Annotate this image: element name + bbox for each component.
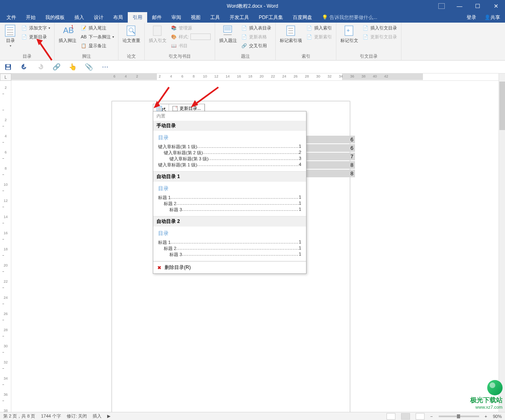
window-title: Word教程2.docx - Word [227,3,278,10]
ruler-tick: 40 [371,74,379,78]
undo-button[interactable] [19,62,29,72]
more-qat-button[interactable]: ⋯ [100,62,110,72]
ruler-tick: 18 [246,74,254,78]
next-footnote-button[interactable]: AB 下一条脚注 ▾ [79,32,116,41]
save-button[interactable] [3,62,13,72]
ruler-tick: 32 [0,360,11,364]
insert-toa-button[interactable]: 📄 插入引文目录 [361,23,399,32]
tab-references[interactable]: 引用 [128,12,147,23]
zoom-slider[interactable] [439,416,479,417]
preview-manual[interactable]: 目录 键入章标题(第 1 级).........................… [153,131,306,172]
zoom-out-button[interactable]: − [430,414,433,419]
maximize-button[interactable]: ☐ [469,0,487,12]
ruler-tick: 4 [167,74,175,78]
zoom-level[interactable]: 90% [493,414,502,419]
bibliography-button: 📖 书目 [169,41,212,50]
index-icon [285,24,298,37]
ruler-tick: 2 [0,86,11,90]
mark-index-entry-button[interactable]: 标记索引项 [278,23,304,44]
insert-table-of-figures-button[interactable]: 📄 插入表目录 [239,23,273,32]
bibliography-icon: 📖 [171,42,177,49]
macro-icon[interactable]: ▶ [107,414,110,419]
tab-home[interactable]: 开始 [21,12,40,23]
group-index: 标记索引项 📄 插入索引 📄 更新索引 索引 [276,23,336,61]
quick-access-toolbar: 🔗 👆 📎 ⋯ [0,61,505,74]
vertical-ruler[interactable]: 22468101214161820222426283032343638 [0,81,11,412]
ruler-tick: 2 [0,118,11,122]
insert-index-button[interactable]: 📄 插入索引 [304,23,334,32]
ruler-tick: 28 [0,328,11,332]
share-button[interactable]: 👤 共享 [481,14,503,21]
redo-button[interactable] [36,62,45,72]
svg-rect-12 [224,27,231,31]
tell-me-placeholder: 告诉我您想要做什么... [330,14,377,21]
page-indicator[interactable]: 第 2 页，共 8 页 [3,413,35,419]
restore-down-button[interactable] [432,0,450,12]
tab-baidu[interactable]: 百度网盘 [288,12,317,23]
thesis-check-button[interactable]: 论文查重 [121,23,142,44]
update-toc-button[interactable]: 📄 更新目录 [19,32,52,41]
vertical-scrollbar[interactable] [499,74,505,412]
insert-index-icon: 📄 [306,25,313,31]
insert-caption-button[interactable]: 插入题注 [218,23,239,44]
horizontal-ruler[interactable]: 6422468101214161820222426283032343638404… [11,74,499,81]
toc-gallery-dropdown: 内置 手动目录 目录 键入章标题(第 1 级).................… [153,111,306,274]
attachment-button[interactable]: 📎 [84,62,94,72]
print-layout-button[interactable] [401,413,410,420]
preview-auto1[interactable]: 目录 标题 1.................................… [153,182,306,216]
tab-layout[interactable]: 布局 [108,12,128,23]
group-label-citations: 引文与书目 [147,53,212,61]
read-mode-button[interactable] [387,413,395,420]
add-text-button[interactable]: 📄 添加文字 ▾ [19,23,52,32]
remove-icon: ✖ [157,265,161,271]
ruler-tick: 16 [0,231,11,235]
show-notes-button[interactable]: 📋 显示备注 [79,41,116,50]
citation-icon [151,24,164,37]
watermark: 极光下载站 www.xz7.com [470,380,503,410]
cross-reference-button[interactable]: 🔗 交叉引用 [239,41,273,50]
track-changes-status[interactable]: 修订: 关闭 [67,413,87,419]
preview-auto2[interactable]: 目录 标题 1.................................… [153,227,306,261]
word-count[interactable]: 1744 个字 [41,413,61,419]
mark-citation-button[interactable]: + 标记引文 [339,23,360,44]
update-table-button: 📄 更新表格 [239,32,273,41]
ruler-tick: 6 [110,74,118,78]
tab-design[interactable]: 设计 [89,12,108,23]
touch-mode-button[interactable]: 👆 [68,62,78,72]
tof-icon: 📄 [241,25,247,31]
tab-insert[interactable]: 插入 [70,12,89,23]
tab-tools[interactable]: 工具 [205,12,225,23]
ruler-tick: 2 [156,74,164,78]
toc-button[interactable]: 目录 ▾ [2,23,19,48]
login-button[interactable]: 登录 [463,14,480,21]
ribbon: 目录 ▾ 📄 添加文字 ▾ 📄 更新目录 目录 AB1 [0,23,505,61]
insert-footnote-button[interactable]: AB1 插入脚注 [57,23,78,44]
insert-mode[interactable]: 插入 [93,413,101,419]
remove-toc-button[interactable]: ✖ 删除目录(R) [153,261,306,273]
tab-templates[interactable]: 我的模板 [40,12,70,23]
toc-preview-line: 键入章标题(第 2 级)............................… [158,150,301,156]
add-text-icon: 📄 [21,25,27,31]
share-qat-button[interactable]: 🔗 [52,62,61,72]
update-index-button: 📄 更新索引 [304,32,334,41]
zoom-in-button[interactable]: + [485,414,487,419]
preview-heading: 目录 [158,230,301,237]
tab-review[interactable]: 审阅 [167,12,186,23]
toc-preview-line: 标题 1....................................… [158,195,301,201]
tab-mailings[interactable]: 邮件 [147,12,167,23]
tab-pdf[interactable]: PDF工具集 [254,12,288,23]
scrollbar-thumb[interactable] [499,82,505,130]
web-layout-button[interactable] [416,413,425,420]
close-button[interactable]: ✕ [487,0,505,12]
menubar: 文件 开始 我的模板 插入 设计 布局 引用 邮件 审阅 视图 工具 开发工具 … [0,12,505,23]
ruler-tick: 2 [133,74,141,78]
tab-developer[interactable]: 开发工具 [225,12,254,23]
group-thesis: 论文查重 论文 [118,23,145,61]
document-area[interactable]: ........................................… [11,81,499,412]
insert-endnote-button[interactable]: 📝 插入尾注 [79,23,116,32]
tab-file[interactable]: 文件 [2,12,21,23]
tell-me-search[interactable]: 💡 告诉我您想要做什么... [317,14,382,21]
toa-icon: 📄 [362,25,369,31]
minimize-button[interactable]: — [450,0,469,12]
tab-view[interactable]: 视图 [186,12,205,23]
